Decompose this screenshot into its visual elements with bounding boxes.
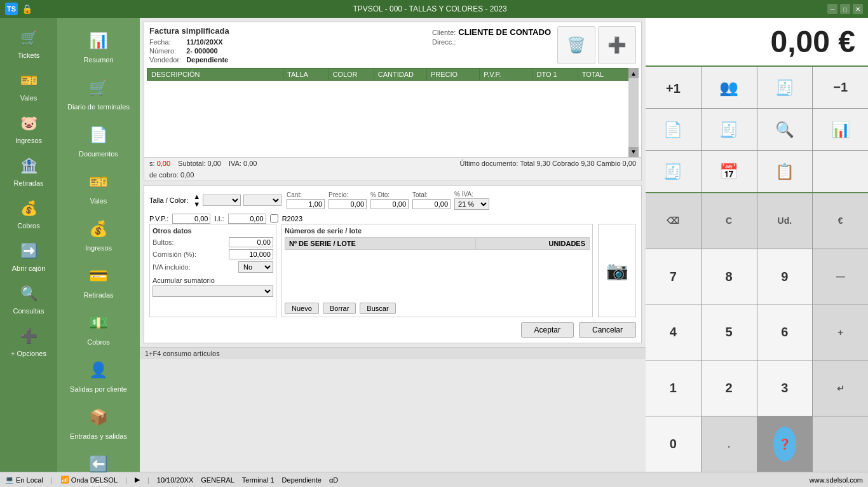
btn-4[interactable]: 4 (646, 305, 701, 360)
action-minus1[interactable]: −1 (813, 67, 868, 108)
acumular-select[interactable] (153, 285, 273, 297)
table-scrollbar[interactable]: ▲ ▼ (628, 68, 639, 157)
action-plus1[interactable]: +1 (646, 67, 701, 108)
sidebar-item-consultas[interactable]: 🔍 Consultas (3, 278, 54, 319)
btn-8[interactable]: 8 (702, 249, 757, 305)
maximize-btn[interactable]: □ (840, 4, 850, 14)
iva-incluido-row: IVA incluido: No Sí (153, 261, 273, 273)
btn-5[interactable]: 5 (702, 305, 757, 360)
receipt-x-icon: 🧾 (663, 163, 682, 181)
retiradas-icon: 🏦 (17, 154, 40, 177)
c-btn[interactable]: C (702, 193, 757, 249)
scroll-up-btn[interactable]: ▲ (628, 68, 639, 78)
sidebar-item-abrir-cajon[interactable]: ➡️ Abrir cajón (3, 236, 54, 276)
sidebar-item-vales[interactable]: 🎫 Vales (3, 65, 54, 106)
bultos-input[interactable] (229, 237, 273, 247)
resumen-icon: 📊 (86, 28, 111, 53)
scroll-down-btn[interactable]: ▼ (628, 147, 639, 157)
main-container: 🛒 Tickets 🎫 Vales 🐷 Ingresos 🏦 Retiradas… (0, 18, 868, 472)
backspace-btn[interactable]: ⌫ (646, 193, 701, 249)
nuevo-btn[interactable]: Nuevo (285, 303, 319, 314)
second-sidebar-salidas[interactable]: 👤 Salidas por cliente (60, 352, 137, 398)
col-cantidad: CANTIDAD (374, 69, 426, 81)
second-sidebar-ingresos[interactable]: 💰 Ingresos (60, 211, 137, 257)
aceptar-btn[interactable]: Aceptar (521, 322, 574, 338)
color-select[interactable] (243, 195, 281, 206)
btn-3[interactable]: 3 (757, 360, 813, 416)
action-doc[interactable]: 📄 (646, 109, 701, 150)
iva-select[interactable]: 21 % 10 % 4 % 0 % (454, 198, 489, 210)
action-clients[interactable]: 👥 (702, 67, 757, 108)
sidebar-item-tickets[interactable]: 🛒 Tickets (3, 23, 54, 63)
sidebar-item-retiradas[interactable]: 🏦 Retiradas (3, 151, 54, 191)
action-receipts1[interactable]: 🧾 (757, 67, 813, 108)
ii-input[interactable] (228, 214, 266, 224)
action-receipt-x[interactable]: 🧾 (646, 151, 701, 192)
cant-input[interactable] (287, 199, 325, 209)
ud-btn[interactable]: Ud. (757, 193, 813, 249)
action-grid-plus[interactable]: 📊 (813, 109, 868, 150)
btn-9[interactable]: 9 (757, 249, 813, 305)
euro-btn[interactable]: € (813, 193, 868, 249)
btn-7[interactable]: 7 (646, 249, 701, 305)
total-amount: 0,00 € (658, 24, 855, 59)
second-sidebar-diario[interactable]: 🛒 Diario de terminales (60, 70, 137, 116)
action-receipts2[interactable]: 🧾 (702, 109, 757, 150)
comision-input[interactable] (229, 249, 273, 259)
ii-label: I.I.: (214, 215, 224, 223)
r2023-checkbox[interactable] (270, 214, 278, 223)
total-input[interactable] (412, 199, 451, 209)
minimize-btn[interactable]: ─ (827, 4, 837, 14)
serie-lote-panel: Números de serie / lote Nº DE SERIE / LO… (281, 224, 593, 318)
btn-1[interactable]: 1 (646, 360, 701, 416)
window-controls[interactable]: ─ □ ✕ (827, 4, 863, 14)
pvp-input[interactable] (172, 214, 210, 224)
invoice-title: Factura simplificada (149, 26, 426, 36)
acumular-label: Acumular sumatorio (153, 277, 273, 284)
iva-incluido-select[interactable]: No Sí (238, 261, 273, 273)
second-sidebar-retiradas[interactable]: 💳 Retiradas (60, 258, 137, 304)
col-talla: TALLA (283, 69, 329, 81)
btn-enter[interactable]: ↵ (813, 360, 868, 416)
numero-label: Número: (149, 47, 181, 55)
second-sidebar-vales[interactable]: 🎫 Vales (60, 164, 137, 210)
close-btn[interactable]: ✕ (853, 4, 863, 14)
btn-plus[interactable]: + (813, 305, 868, 360)
invoice-delete-btn[interactable]: 🗑️ (557, 26, 595, 64)
talla-select[interactable] (203, 195, 241, 206)
btn-6[interactable]: 6 (757, 305, 813, 360)
action-receipt-list[interactable]: 📋 (757, 151, 813, 192)
invoice-client: Cliente: CLIENTE DE CONTADO Direcc.: (432, 26, 551, 46)
dto-input[interactable] (370, 199, 409, 209)
sidebar-item-opciones[interactable]: ➕ + Opciones (3, 321, 54, 361)
action-calendar[interactable]: 📅 (702, 151, 757, 192)
action-search-receipt[interactable]: 🔍 (757, 109, 813, 150)
fecha-label: Fecha: (149, 38, 181, 46)
precio-input[interactable] (329, 199, 367, 209)
btn-0[interactable]: 0 (646, 416, 701, 472)
second-sidebar-cobros[interactable]: 💵 Cobros (60, 305, 137, 351)
serie-col2: UNIDADES (475, 237, 589, 249)
btn-dash[interactable]: — (813, 249, 868, 305)
status-website: www.sdelsol.com (810, 476, 863, 484)
borrar-btn[interactable]: Borrar (323, 303, 356, 314)
buscar-btn[interactable]: Buscar (360, 303, 395, 314)
sidebar-item-ingresos[interactable]: 🐷 Ingresos (3, 108, 54, 148)
opciones-icon: ➕ (17, 325, 40, 348)
talla-down[interactable]: ▼ (193, 200, 200, 208)
second-sidebar-entradas[interactable]: 📦 Entradas y salidas (60, 399, 137, 445)
cancelar-btn[interactable]: Cancelar (579, 322, 636, 338)
vales2-label: Vales (90, 197, 107, 205)
sidebar-item-cobros[interactable]: 💰 Cobros (3, 193, 54, 233)
btn-dot[interactable]: . (702, 416, 757, 472)
comision-row: Comisión (%): (153, 249, 273, 259)
second-sidebar-documentos[interactable]: 📄 Documentos (60, 117, 137, 163)
talla-up[interactable]: ▲ (193, 193, 200, 200)
help-btn[interactable]: ❓ (773, 427, 796, 462)
col-precio: PRECIO (426, 69, 479, 81)
talla-scroll[interactable]: ▲ ▼ (193, 193, 200, 208)
doc-icon: 📄 (663, 121, 682, 139)
btn-2[interactable]: 2 (702, 360, 757, 416)
second-sidebar-resumen[interactable]: 📊 Resumen (60, 23, 137, 69)
invoice-add-btn[interactable]: ➕ (598, 26, 636, 64)
